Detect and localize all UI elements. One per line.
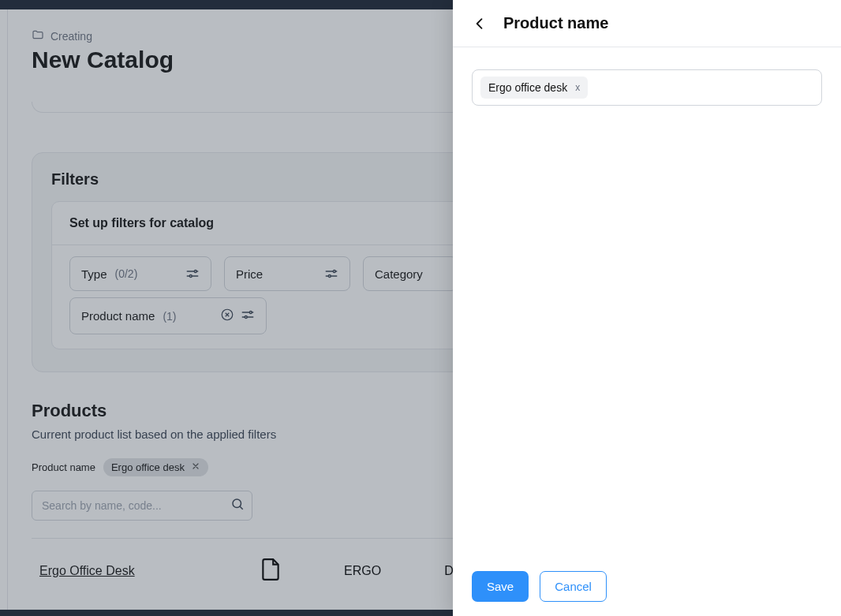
back-button[interactable] (472, 16, 488, 32)
filter-drawer: Product name Ergo office desk x Save Can… (453, 0, 841, 616)
drawer-footer: Save Cancel (453, 557, 841, 616)
cancel-button[interactable]: Cancel (540, 571, 607, 602)
drawer-header: Product name (453, 0, 841, 47)
token: Ergo office desk x (480, 77, 588, 99)
drawer-title: Product name (503, 14, 608, 32)
token-label: Ergo office desk (488, 81, 567, 94)
token-input[interactable]: Ergo office desk x (472, 69, 822, 106)
save-button[interactable]: Save (472, 571, 529, 602)
drawer-body: Ergo office desk x (453, 47, 841, 557)
remove-token-icon[interactable]: x (575, 82, 580, 93)
